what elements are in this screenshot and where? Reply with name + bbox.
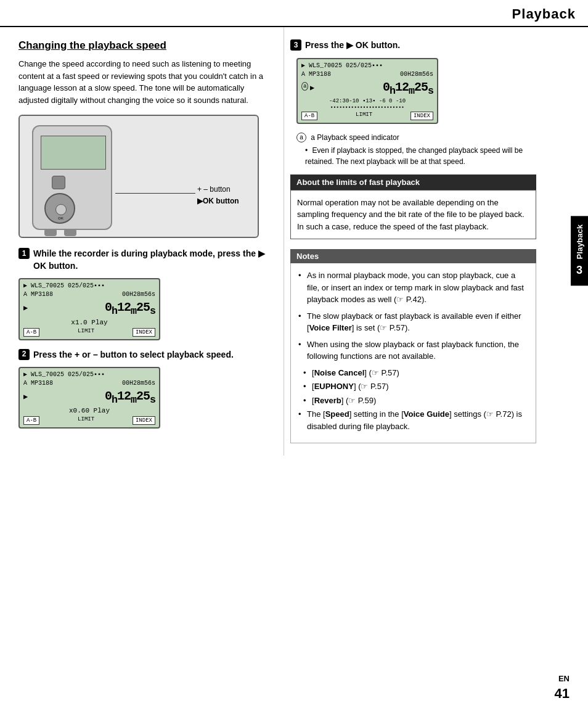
indicator-a: a [301,82,308,91]
note-item-2: The slow playback or fast playback is av… [298,310,528,334]
lcd1-row2: A MP3188 00H28m56s [23,290,155,299]
left-column: Changing the playback speed Change the s… [0,27,284,456]
notes-section: Notes As in normal playback mode, you ca… [290,249,536,443]
en-label: EN [558,674,570,683]
lcd3-clock: 00H28m56s [400,70,433,79]
device-btn-bottom-left [44,229,57,236]
lcd2-row2: A MP3188 00H28m56s [23,379,155,388]
playback-indicator-note: a a Playback speed indicator • Even if p… [296,133,536,167]
device-btn-bottom-right [64,229,76,236]
playback-indicator-detail: Even if playback is stopped, the changed… [305,146,523,166]
lcd2-ab: A-B [23,416,39,425]
lcd-display-3: ▶ WLS_70025 025/025▪▪▪ A MP3188 00H28m56… [296,58,438,124]
lcd2-index: INDEX [133,416,155,425]
page-title: Playback [512,6,576,22]
note-sub-2: [EUPHONY] (☞ P.57) [298,380,528,393]
device-btn-circle-outer: OK [44,193,75,224]
step-1-heading: 1 While the recorder is during playback … [18,248,271,272]
lcd1-file: ▶ WLS_70025 025/025▪▪▪ [23,282,105,290]
lcd1-index: INDEX [133,328,155,337]
lcd3-limit: LIMIT [356,112,372,120]
step-2-heading: 2 Press the + or – button to select play… [18,349,271,361]
lcd2-row1: ▶ WLS_70025 025/025▪▪▪ [23,371,155,379]
callout-line [115,193,195,194]
bullet-dot: • [305,146,308,155]
device-body: OK [32,125,112,230]
circle-a: a [296,133,306,142]
side-tab-number: 3 [576,264,582,277]
device-screen [41,136,106,170]
lcd1-row1: ▶ WLS_70025 025/025▪▪▪ [23,282,155,290]
lcd2-footer: A-B LIMIT INDEX [23,416,155,425]
note-item-4: The [Speed] setting in the [Voice Guide]… [298,408,528,432]
fast-playback-title: About the limits of fast playback [290,174,536,190]
ok-button-label: ▶OK button [197,195,239,207]
device-btn-circle-inner: OK [55,204,67,215]
step-3-marker: 3 [290,39,301,51]
page-number: 41 [555,686,570,702]
step-1-text: While the recorder is during playback mo… [33,248,271,272]
step-3-heading: 3 Press the ▶ OK button. [290,39,536,52]
lcd3-big-time: 0h12m25s [383,79,433,98]
step-1-marker: 1 [18,248,30,259]
lcd2-file: ▶ WLS_70025 025/025▪▪▪ [23,371,105,379]
note-item-3: When using the slow playback or fast pla… [298,339,528,363]
lcd1-clock: 00H28m56s [122,290,155,299]
device-image: OK + – button ▶OK button [18,115,259,238]
lcd1-limit: LIMIT [78,328,94,337]
note-sub-3: [Reverb] (☞ P.59) [298,395,528,407]
step-2-text: Press the + or – button to select playba… [33,349,234,361]
device-btn-top [52,176,65,189]
callout-labels: + – button ▶OK button [197,184,239,207]
lcd3-index: INDEX [410,112,433,120]
side-tab-label: Playback [575,224,584,259]
fast-playback-body: Normal operation may not be available de… [290,190,536,240]
step-2-marker: 2 [18,349,30,360]
side-tab: 3 Playback [571,216,588,285]
lcd2-limit: LIMIT [78,416,94,425]
lcd3-file: ▶ WLS_70025 025/025▪▪▪ [301,62,383,70]
lcd3-footer: A-B LIMIT INDEX [301,112,433,120]
lcd1-ab: A-B [23,328,39,337]
notes-body: As in normal playback mode, you can stop… [290,263,536,443]
right-column: 3 Press the ▶ OK button. ▶ WLS_70025 025… [284,27,549,456]
plus-minus-label: + – button [197,184,239,195]
note-item-1: As in normal playback mode, you can stop… [298,269,528,306]
lcd2-mode: A MP3188 [23,379,53,388]
lcd3-row2: A MP3188 00H28m56s [301,70,433,79]
lcd2-row3: ▶ 0h12m25s [23,388,155,407]
lcd3-lines: -42:30-10 ▪13▪ -6 0 -10 ▪▪▪▪▪▪▪▪▪▪▪▪▪▪▪▪… [301,98,433,110]
lcd1-footer: A-B LIMIT INDEX [23,328,155,337]
lcd2-play-icon: ▶ [23,392,28,403]
fast-playback-section: About the limits of fast playback Normal… [290,174,536,240]
note-sub-1: [Noise Cancel] (☞ P.57) [298,367,528,379]
lcd2-speed: x0.60 Play [23,407,155,414]
lcd-display-2: ▶ WLS_70025 025/025▪▪▪ A MP3188 00H28m56… [18,367,160,429]
lcd3-mode: A MP3188 [301,70,331,79]
lcd1-play-icon: ▶ [23,303,28,314]
notes-list: As in normal playback mode, you can stop… [298,269,528,432]
lcd1-row3: ▶ 0h12m25s [23,299,155,318]
step-3-text: Press the ▶ OK button. [305,39,400,52]
lcd1-mode: A MP3188 [23,290,53,299]
page-header: Playback [0,0,588,27]
lcd-display-1: ▶ WLS_70025 025/025▪▪▪ A MP3188 00H28m56… [18,278,160,340]
ok-label: OK [58,216,63,220]
section-title: Changing the playback speed [18,39,271,52]
main-content: Changing the playback speed Change the s… [0,27,588,456]
section-description: Change the speed according to need such … [18,58,271,106]
lcd1-big-time: 0h12m25s [105,299,155,318]
lcd2-clock: 00H28m56s [122,379,155,388]
notes-title: Notes [290,249,536,263]
lcd3-row1: ▶ WLS_70025 025/025▪▪▪ [301,62,433,70]
lcd2-big-time: 0h12m25s [105,388,155,407]
lcd3-ab: A-B [301,112,317,120]
lcd3-row3: a ▶ 0h12m25s [301,79,433,98]
lcd1-speed: x1.0 Play [23,319,155,326]
lcd3-play-icon: ▶ [310,84,314,92]
